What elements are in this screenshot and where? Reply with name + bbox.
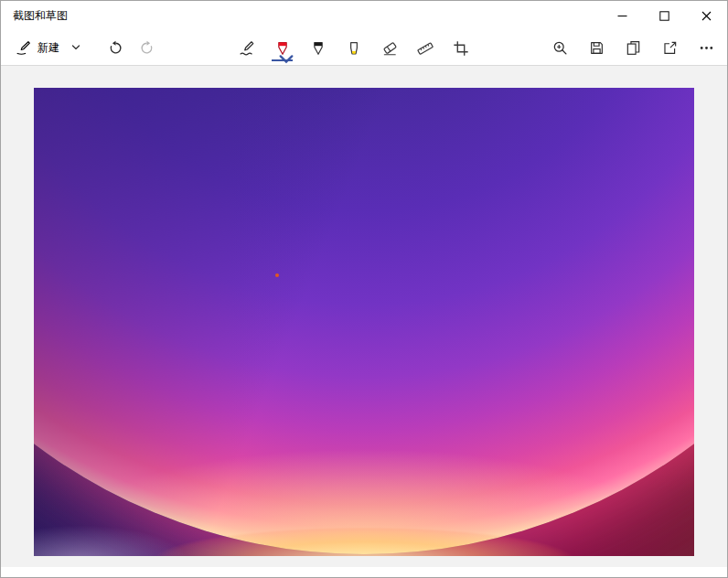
highlighter-color-band [351, 50, 355, 53]
new-snip-icon [16, 40, 31, 56]
new-snip-dropdown-button[interactable] [67, 33, 85, 62]
save-icon [589, 40, 605, 56]
zoom-icon [552, 40, 568, 56]
save-button[interactable] [581, 33, 612, 62]
ruler-button[interactable] [407, 31, 443, 65]
snip-image[interactable] [34, 88, 694, 556]
ballpoint-color-band [278, 42, 285, 46]
pen-cursor-dot [275, 273, 279, 277]
pencil-color-band [314, 42, 321, 46]
minimize-button[interactable] [601, 1, 643, 30]
share-button[interactable] [654, 33, 685, 62]
window-title: 截图和草图 [1, 8, 68, 24]
close-icon [701, 11, 712, 21]
eraser-button[interactable] [371, 31, 407, 65]
ballpoint-pen-button[interactable] [264, 31, 300, 65]
toolbar-tools-group [229, 31, 478, 65]
touch-writing-icon [239, 40, 255, 57]
redo-button[interactable] [131, 33, 162, 62]
zoom-button[interactable] [544, 33, 575, 62]
new-snip-button[interactable]: 新建 [8, 33, 67, 62]
toolbar-left-group: 新建 [8, 33, 162, 62]
share-icon [662, 40, 678, 56]
crop-button[interactable] [443, 31, 478, 65]
image-left-haze-layer [34, 88, 694, 556]
close-button[interactable] [685, 1, 727, 30]
minimize-icon [617, 11, 627, 21]
copy-button[interactable] [617, 33, 648, 62]
redo-icon [139, 40, 155, 56]
more-button[interactable] [691, 33, 722, 62]
more-icon [699, 40, 714, 56]
new-snip-label: 新建 [37, 40, 59, 56]
ruler-icon [417, 40, 434, 57]
pencil-button[interactable] [300, 31, 336, 65]
highlighter-icon [346, 40, 362, 57]
undo-icon [108, 40, 123, 56]
titlebar: 截图和草图 [1, 1, 727, 30]
eraser-icon [381, 40, 398, 57]
chevron-down-icon [71, 43, 80, 52]
toolbar: 新建 [1, 30, 727, 66]
undo-button[interactable] [100, 33, 131, 62]
highlighter-button[interactable] [336, 31, 371, 65]
crop-icon [453, 40, 469, 57]
window-controls [601, 1, 727, 30]
toolbar-right-group [544, 33, 722, 62]
maximize-button[interactable] [643, 1, 685, 30]
bottom-bar [1, 567, 727, 577]
touch-writing-button[interactable] [229, 31, 264, 65]
maximize-icon [659, 11, 669, 21]
app-window: 截图和草图 [0, 0, 728, 578]
copy-icon [626, 40, 641, 56]
canvas-area [1, 66, 727, 567]
pencil-icon [310, 40, 327, 57]
